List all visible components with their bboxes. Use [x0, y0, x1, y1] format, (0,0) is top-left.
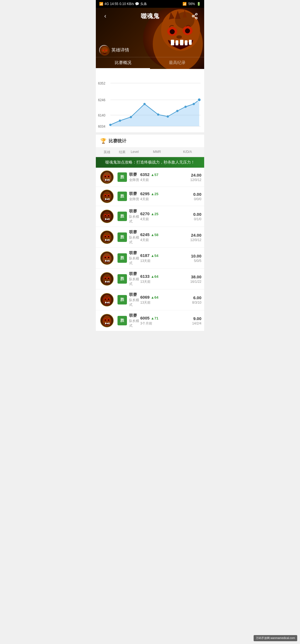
mmr-change: ▲25 — [151, 212, 158, 216]
svg-rect-8 — [176, 40, 178, 45]
mmr-change: ▲25 — [151, 192, 158, 196]
svg-point-23 — [102, 49, 104, 51]
svg-rect-106 — [108, 302, 109, 303]
result-badge: 胜 — [118, 192, 127, 201]
mmr-value: 6069 — [140, 295, 149, 299]
share-button[interactable] — [190, 11, 200, 21]
mmr-time: 4天前 — [140, 178, 174, 182]
match-result-col: 胜 — [115, 192, 129, 201]
kda-detail: 12/0/12 — [174, 238, 201, 242]
mmr-display: 6245 ▲58 — [140, 232, 174, 237]
battery-label: 56% — [188, 2, 195, 6]
back-button[interactable]: ‹ — [100, 11, 110, 21]
kda-detail: 8/3/10 — [174, 301, 201, 304]
mmr-display: 6352 ▲57 — [140, 172, 174, 177]
kda-value: 10.00 — [174, 254, 201, 258]
match-row[interactable]: 胜 联赛 全阵营 6295 ▲25 4天前 0.00 0/0/0 — [96, 187, 204, 206]
svg-text:6246: 6246 — [98, 98, 106, 102]
match-row[interactable]: 胜 联赛 队长模式 6005 ▲71 3个月前 9.00 14/2/4 — [96, 310, 204, 331]
hero-thumbnail — [100, 272, 114, 286]
match-row[interactable]: 胜 联赛 队长模式 6245 ▲58 4天前 24.00 12/0/12 — [96, 227, 204, 248]
mmr-display: 6069 ▲64 — [140, 295, 174, 300]
mmr-change: ▲54 — [151, 254, 158, 258]
kda-detail: 0/0/0 — [174, 197, 201, 201]
match-mmr-col: 6005 ▲71 3个月前 — [140, 316, 174, 326]
match-kda-col: 6.00 8/3/10 — [174, 295, 201, 304]
ad-banner[interactable]: 噬魂鬼加点攻略：打造终极战力，秒杀敌人无压力！ — [96, 157, 204, 168]
svg-point-49 — [108, 176, 109, 177]
match-type-label: 联赛 — [129, 313, 140, 318]
svg-point-84 — [105, 257, 106, 258]
kda-detail: 16/1/22 — [174, 280, 201, 284]
match-row[interactable]: 胜 联赛 队长模式 6270 ▲25 4天前 0.00 0/1/0 — [96, 206, 204, 227]
svg-rect-95 — [105, 281, 106, 283]
match-hero-col — [99, 210, 115, 223]
match-kda-col: 0.00 0/0/0 — [174, 192, 201, 201]
match-type-col: 联赛 全阵营 — [129, 191, 140, 202]
battery-icon: 🔋 — [197, 2, 201, 6]
match-row[interactable]: 胜 联赛 队长模式 6133 ▲64 13天前 38.00 16/1/22 — [96, 269, 204, 289]
match-kda-col: 38.00 16/1/22 — [174, 274, 201, 284]
svg-point-66 — [105, 215, 106, 217]
result-badge: 胜 — [118, 212, 127, 221]
match-hero-col — [99, 251, 115, 265]
svg-rect-88 — [108, 260, 109, 262]
mmr-time: 13天前 — [140, 259, 174, 263]
svg-rect-86 — [105, 260, 106, 262]
svg-rect-77 — [105, 239, 106, 241]
status-left: 📶 4G 14:55 0.10 KB/s 💬 头条 — [99, 2, 147, 6]
tab-high-record[interactable]: 最高纪录 — [150, 57, 204, 69]
match-kda-col: 24.00 12/0/12 — [174, 233, 201, 242]
speed-display: 0.10 KB/s — [119, 2, 134, 6]
match-type-col: 联赛 队长模式 — [129, 209, 140, 224]
match-mode-label: 队长模式 — [129, 214, 140, 224]
svg-rect-60 — [107, 199, 108, 200]
hero-thumbnail — [100, 190, 114, 203]
mmr-chart: 6034 6140 6246 6352 — [98, 73, 202, 129]
svg-point-12 — [176, 35, 182, 39]
svg-point-22 — [101, 47, 108, 53]
tab-match-overview[interactable]: 比赛概况 — [96, 57, 150, 69]
match-row[interactable]: 胜 联赛 全阵营 6352 ▲57 4天前 24.00 12/0/12 — [96, 168, 204, 187]
kda-value: 0.00 — [174, 192, 201, 197]
match-mode-label: 队长模式 — [129, 235, 140, 245]
mmr-time: 4天前 — [140, 238, 174, 242]
svg-rect-59 — [105, 198, 106, 200]
kda-detail: 0/1/0 — [174, 217, 201, 221]
mmr-time: 3个月前 — [140, 321, 174, 326]
mmr-display: 6187 ▲54 — [140, 253, 174, 258]
match-mode-label: 队长模式 — [129, 298, 140, 307]
match-mmr-col: 6187 ▲54 13天前 — [140, 253, 174, 263]
match-result-col: 胜 — [115, 295, 129, 304]
col-header-result: 结果 — [115, 150, 129, 155]
wifi-icon: 📶 — [182, 2, 187, 6]
kda-value: 24.00 — [174, 173, 201, 177]
svg-rect-96 — [107, 281, 108, 283]
tab-bar: 比赛概况 最高纪录 — [96, 57, 204, 69]
hero-info: 英雄详情 — [99, 45, 129, 55]
trophy-icon: 🏆 — [100, 138, 106, 144]
hero-header: ‹ 噬魂鬼 英雄详情 比赛概况 最高纪录 — [96, 8, 204, 69]
col-header-mmr: MMR — [140, 150, 174, 155]
svg-point-41 — [184, 106, 187, 108]
svg-point-24 — [105, 49, 107, 51]
svg-point-102 — [105, 299, 106, 300]
section-header: 🏆 比赛统计 — [96, 135, 204, 148]
signal-type: 4G — [104, 2, 109, 6]
match-mode-label: 全阵营 — [129, 197, 140, 202]
svg-point-58 — [108, 195, 109, 197]
svg-rect-61 — [108, 198, 109, 200]
match-rows-container: 胜 联赛 全阵营 6352 ▲57 4天前 24.00 12/0/12 — [96, 168, 204, 331]
match-row[interactable]: 胜 联赛 队长模式 6187 ▲54 13天前 10.00 5/0/5 — [96, 248, 204, 269]
match-type-label: 联赛 — [129, 209, 140, 214]
match-mmr-col: 6295 ▲25 4天前 — [140, 191, 174, 202]
match-mode-label: 队长模式 — [129, 277, 140, 286]
svg-point-39 — [167, 115, 169, 118]
svg-rect-51 — [107, 179, 108, 181]
match-type-col: 联赛 全阵营 — [129, 172, 140, 182]
svg-line-19 — [194, 17, 196, 18]
status-right: 📶 56% 🔋 — [182, 2, 201, 6]
mmr-change: ▲71 — [151, 316, 158, 320]
chart-container: 6034 6140 6246 6352 — [96, 69, 204, 132]
match-row[interactable]: 胜 联赛 队长模式 6069 ▲64 13天前 6.00 8/3/10 — [96, 289, 204, 310]
